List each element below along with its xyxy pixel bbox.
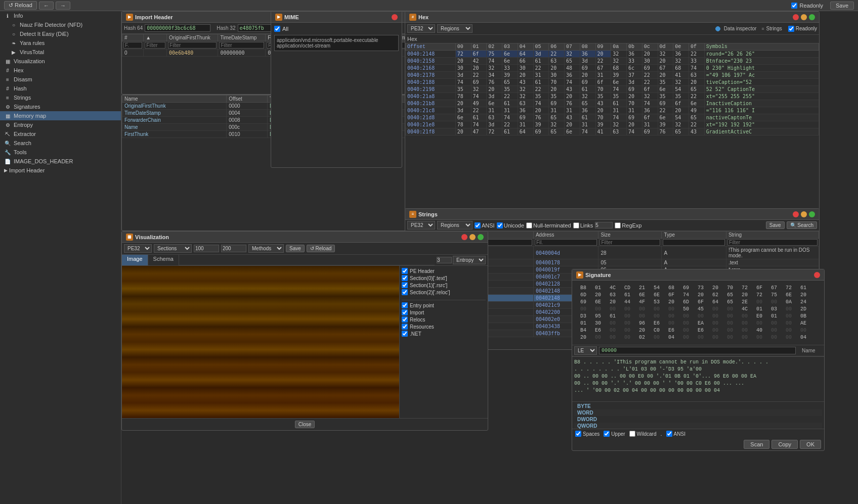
sig-hex-cell[interactable]: 61 [796,285,810,291]
hex-byte-cell[interactable]: 20 [580,72,595,79]
hex-byte-cell[interactable]: 69 [580,79,595,86]
sig-hex-cell[interactable]: 00 [620,327,634,334]
hex-byte-cell[interactable]: 22 [689,121,705,128]
hex-byte-cell[interactable]: 22 [471,107,487,114]
sig-hex-cell[interactable]: 00 [723,306,737,312]
sig-hex-cell[interactable]: 69 [576,299,590,305]
hex-byte-cell[interactable]: 32 [673,121,689,128]
sig-le-input[interactable] [599,347,796,354]
hex-byte-cell[interactable]: 31 [611,107,627,114]
hex-byte-cell[interactable]: 63 [549,58,565,65]
vis-entry-point-checkbox[interactable] [402,302,408,308]
sig-hex-cell[interactable]: 00 [767,299,781,305]
hex-byte-cell[interactable]: 35 [673,93,689,100]
hex-byte-cell[interactable]: 36 [580,107,595,114]
sig-le-select[interactable]: LE [574,346,597,355]
hex-byte-cell[interactable]: 20 [455,128,471,135]
hex-byte-cell[interactable]: 35 [611,93,627,100]
hex-byte-cell[interactable]: 72 [455,51,471,58]
hex-byte-cell[interactable]: 69 [580,65,595,72]
hex-byte-cell[interactable]: 6f [471,51,487,58]
sig-hex-cell[interactable]: 00 [708,327,722,334]
hex-byte-cell[interactable]: 64 [518,51,533,58]
hex-byte-cell[interactable]: 31 [580,121,595,128]
str-filter-string[interactable] [727,239,818,246]
vis-section2-reloc-checkbox[interactable] [402,289,408,295]
hex-byte-cell[interactable]: 66 [518,58,533,65]
hex-byte-cell[interactable]: 33 [689,58,705,65]
sidebar-item-virustotal[interactable]: ▶ VirusTotal [0,48,121,57]
hex-byte-cell[interactable]: 20 [673,107,689,114]
sig-hex-cell[interactable]: E6 [664,327,678,334]
sig-hex-cell[interactable]: 00 [679,327,693,334]
sig-hex-cell[interactable]: 40 [752,327,766,334]
sig-hex-cell[interactable]: AE [796,320,810,327]
strings-regexp-checkbox[interactable] [615,222,621,228]
hex-byte-cell[interactable]: 74 [689,65,705,72]
sig-ok-button[interactable]: OK [800,440,821,449]
sig-hex-cell[interactable]: 6D [576,292,590,298]
hex-byte-cell[interactable]: 6e [658,114,673,121]
sig-hex-cell[interactable]: 70 [723,285,737,291]
hex-byte-cell[interactable]: 68 [673,65,689,72]
sig-spaces-checkbox[interactable] [575,431,581,437]
sig-hex-cell[interactable]: CD [620,285,634,291]
sig-hex-cell[interactable]: EA [694,320,708,327]
hex-byte-cell[interactable]: 65 [689,114,705,121]
hex-byte-cell[interactable]: 22 [502,93,518,100]
sig-hex-cell[interactable]: 00 [576,306,590,312]
sig-hex-cell[interactable]: 00 [650,313,664,319]
hex-byte-cell[interactable]: 61 [611,100,627,107]
hex-byte-cell[interactable]: 63 [518,100,533,107]
hex-byte-cell[interactable]: 32 [673,79,689,86]
hex-byte-cell[interactable]: 22 [533,65,549,72]
hex-byte-cell[interactable]: 3d [455,72,471,79]
sig-hex-cell[interactable]: 62 [708,292,722,298]
sig-hex-cell[interactable]: 6D [679,299,693,305]
hex-byte-cell[interactable]: 31 [487,107,502,114]
hex-byte-cell[interactable]: 20 [518,72,533,79]
hex-byte-cell[interactable]: 35 [658,79,673,86]
sig-hex-cell[interactable]: 00 [752,334,766,341]
sig-hex-cell[interactable]: 00 [738,313,752,319]
vis-min-btn[interactable] [469,234,476,240]
hex-byte-cell[interactable]: 32 [611,121,627,128]
sidebar-item-yara[interactable]: ❧ Yara rules [0,38,121,48]
hex-byte-cell[interactable]: 74 [471,121,487,128]
sig-hex-cell[interactable]: 20 [708,285,722,291]
sig-hex-cell[interactable]: 02 [635,334,649,341]
vis-resources-checkbox[interactable] [402,324,408,330]
sig-hex-cell[interactable]: 0B [796,313,810,319]
hex-byte-cell[interactable]: 32 [611,58,627,65]
sig-hex-cell[interactable]: C0 [650,327,664,334]
hex-byte-cell[interactable]: 32 [471,86,487,93]
hex-byte-cell[interactable]: 69 [642,65,658,72]
hex-byte-cell[interactable]: 47 [471,128,487,135]
hex-byte-cell[interactable]: 61 [471,114,487,121]
hex-byte-cell[interactable]: 3d [487,121,502,128]
sig-wildcard-checkbox[interactable] [629,431,635,437]
save-button[interactable]: Save [830,2,854,10]
hex-byte-cell[interactable]: 32 [580,93,595,100]
hex-byte-cell[interactable]: 32 [642,93,658,100]
sig-hex-cell[interactable]: 00 [782,306,796,312]
sidebar-item-search[interactable]: 🔍 Search [0,139,121,148]
sig-hex-cell[interactable]: 65 [723,292,737,298]
sig-hex-cell[interactable]: 4F [635,299,649,305]
hex-byte-cell[interactable]: 65 [549,114,565,121]
hex-byte-cell[interactable]: 70 [627,100,642,107]
sig-hex-cell[interactable]: 00 [767,320,781,327]
strings-save-button[interactable]: Save [766,221,785,229]
sig-hex-cell[interactable]: 00 [620,306,634,312]
hex-byte-cell[interactable]: 54 [673,114,689,121]
hex-byte-cell[interactable]: 43 [565,114,580,121]
hex-byte-cell[interactable]: 20 [549,86,565,93]
hex-byte-cell[interactable]: 64 [518,128,533,135]
sig-hex-cell[interactable]: 20 [664,299,678,305]
hex-byte-cell[interactable]: 61 [580,86,595,93]
vis-tab-schema[interactable]: Schema [148,255,179,265]
hex-byte-cell[interactable]: 35 [455,86,471,93]
hex-byte-cell[interactable]: 76 [533,114,549,121]
hex-byte-cell[interactable]: 37 [627,72,642,79]
hex-byte-cell[interactable]: 32 [673,58,689,65]
